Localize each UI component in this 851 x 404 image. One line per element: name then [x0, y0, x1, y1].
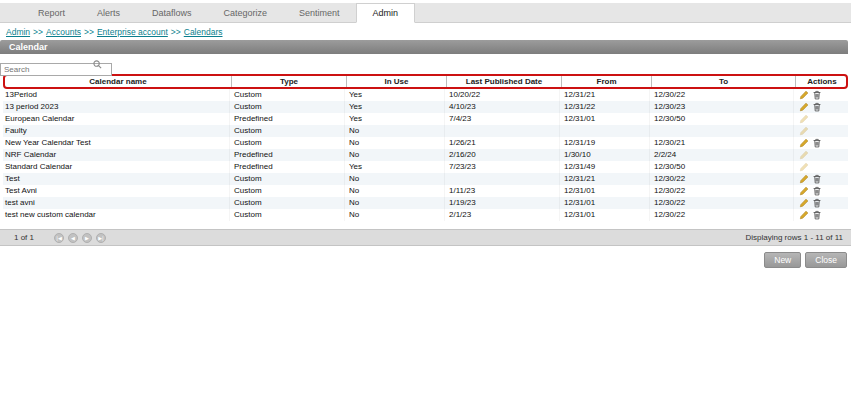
table-row: New Year Calendar TestCustomNo1/26/2112/…: [3, 137, 848, 149]
cell-type: Custom: [229, 173, 344, 185]
cell-from: 12/31/49: [559, 161, 649, 173]
cell-name: 13 period 2023: [3, 101, 229, 113]
cell-actions: [793, 197, 846, 209]
cell-actions: [793, 149, 846, 161]
cell-last-published: 7/23/23: [444, 161, 559, 173]
pencil-icon[interactable]: [798, 198, 809, 209]
trash-icon[interactable]: [811, 198, 822, 209]
column-header-in-use[interactable]: In Use: [346, 76, 446, 87]
cell-name: Standard Calendar: [3, 161, 229, 173]
table-row: test avniCustomNo1/19/2312/31/0112/30/22: [3, 197, 848, 209]
cell-from: 12/31/01: [559, 113, 649, 125]
cell-actions: [793, 161, 846, 173]
cell-from: 12/31/22: [559, 101, 649, 113]
cell-to: 12/30/22: [649, 185, 793, 197]
pagination-bar: 1 of 1 |◀◀▶▶| Displaying rows 1 - 11 of …: [0, 229, 851, 246]
close-button[interactable]: Close: [805, 252, 847, 268]
tab-alerts[interactable]: Alerts: [81, 4, 136, 22]
cell-type: Predefined: [229, 161, 344, 173]
column-header-calendar-name[interactable]: Calendar name: [5, 76, 231, 87]
breadcrumb-link-accounts[interactable]: Accounts: [46, 27, 81, 37]
trash-icon[interactable]: [811, 90, 822, 101]
cell-actions: [793, 185, 846, 197]
column-header-to[interactable]: To: [651, 76, 795, 87]
pencil-icon[interactable]: [798, 174, 809, 185]
cell-type: Custom: [229, 137, 344, 149]
cell-last-published: [444, 173, 559, 185]
tab-dataflows[interactable]: Dataflows: [136, 4, 208, 22]
cell-actions: [793, 125, 846, 137]
cell-type: Custom: [229, 209, 344, 221]
trash-icon[interactable]: [811, 102, 822, 113]
cell-in-use: Yes: [344, 101, 444, 113]
pencil-icon[interactable]: [798, 138, 809, 149]
pencil-icon: [798, 150, 809, 161]
cell-to: 12/30/22: [649, 89, 793, 101]
cell-in-use: No: [344, 173, 444, 185]
tab-admin[interactable]: Admin: [356, 3, 416, 23]
cell-last-published: 1/11/23: [444, 185, 559, 197]
cell-to: 2/2/24: [649, 149, 793, 161]
cell-last-published: 10/20/22: [444, 89, 559, 101]
column-header-from[interactable]: From: [561, 76, 651, 87]
tab-sentiment[interactable]: Sentiment: [283, 4, 356, 22]
pager-prev-button[interactable]: ◀: [68, 233, 78, 243]
cell-last-published: 1/19/23: [444, 197, 559, 209]
cell-to: 12/30/22: [649, 197, 793, 209]
breadcrumb-separator: >>: [84, 27, 94, 37]
trash-icon[interactable]: [811, 138, 822, 149]
cell-name: Test: [3, 173, 229, 185]
trash-icon[interactable]: [811, 186, 822, 197]
breadcrumb-link-calendars[interactable]: Calendars: [184, 27, 223, 37]
table-row: FaultyCustomNo: [3, 125, 848, 137]
breadcrumb-link-admin[interactable]: Admin: [6, 27, 30, 37]
cell-last-published: 1/26/21: [444, 137, 559, 149]
page-title: Calendar: [9, 42, 48, 52]
search-box: [0, 58, 112, 71]
cell-actions: [793, 113, 846, 125]
column-header-type[interactable]: Type: [231, 76, 346, 87]
cell-in-use: Yes: [344, 89, 444, 101]
pager-next-button[interactable]: ▶: [82, 233, 92, 243]
pencil-icon[interactable]: [798, 210, 809, 221]
cell-actions: [793, 89, 846, 101]
table-row: Standard CalendarPredefinedYes7/23/2312/…: [3, 161, 848, 173]
tab-report[interactable]: Report: [22, 4, 81, 22]
cell-type: Custom: [229, 125, 344, 137]
cell-from: 12/31/21: [559, 173, 649, 185]
table-row: European CalendarPredefinedYes7/4/2312/3…: [3, 113, 848, 125]
pager-last-button[interactable]: ▶|: [96, 233, 106, 243]
cell-to: 12/30/22: [649, 209, 793, 221]
pager-first-button[interactable]: |◀: [54, 233, 64, 243]
pencil-icon[interactable]: [798, 186, 809, 197]
cell-to: 12/30/50: [649, 113, 793, 125]
trash-icon[interactable]: [811, 210, 822, 221]
cell-from: 12/31/01: [559, 197, 649, 209]
pencil-icon[interactable]: [798, 90, 809, 101]
cell-type: Predefined: [229, 149, 344, 161]
cell-name: New Year Calendar Test: [3, 137, 229, 149]
table-row: 13PeriodCustomYes10/20/2212/31/2112/30/2…: [3, 89, 848, 101]
column-header-last-published-date[interactable]: Last Published Date: [446, 76, 561, 87]
cell-name: test new custom calendar: [3, 209, 229, 221]
tab-categorize[interactable]: Categorize: [208, 4, 284, 22]
cell-type: Custom: [229, 197, 344, 209]
magnifier-icon: [93, 60, 102, 69]
breadcrumb-link-enterprise-account[interactable]: Enterprise account: [97, 27, 168, 37]
column-header-actions[interactable]: Actions: [795, 76, 848, 87]
pencil-icon[interactable]: [798, 102, 809, 113]
cell-last-published: 2/1/23: [444, 209, 559, 221]
cell-to: 12/30/21: [649, 137, 793, 149]
page-count-label: 1 of 1: [14, 233, 34, 242]
new-button[interactable]: New: [764, 252, 801, 268]
footer-buttons: New Close: [0, 246, 851, 268]
displaying-rows-label: Displaying rows 1 - 11 of 11: [745, 233, 843, 242]
app: ReportAlertsDataflowsCategorizeSentiment…: [0, 3, 851, 268]
cell-name: Faulty: [3, 125, 229, 137]
cell-from: 12/31/01: [559, 185, 649, 197]
cell-last-published: 4/10/23: [444, 101, 559, 113]
pencil-icon: [798, 162, 809, 173]
pager-buttons: |◀◀▶▶|: [52, 233, 108, 243]
cell-in-use: No: [344, 149, 444, 161]
trash-icon[interactable]: [811, 174, 822, 185]
